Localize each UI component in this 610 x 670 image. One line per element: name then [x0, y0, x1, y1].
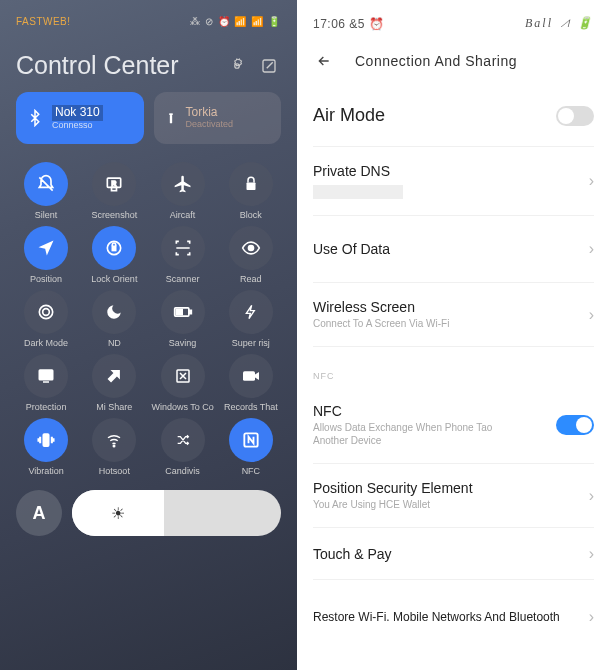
wireless-screen-row[interactable]: Wireless Screen Connect To A Screen Via … [313, 283, 594, 347]
edit-icon[interactable] [257, 54, 281, 78]
restore-label: Restore Wi-Fi. Mobile Networks And Bluet… [313, 610, 560, 624]
toggle-label: Read [240, 274, 262, 284]
toggle-block[interactable]: Block [219, 162, 283, 220]
quick-tiles: Nok 310 Connesso Torkia Deactivated [0, 92, 297, 158]
torch-sub: Deactivated [186, 120, 234, 130]
lock-icon [229, 162, 273, 206]
svg-rect-2 [169, 113, 173, 115]
bottom-controls: A ☀ [0, 476, 297, 536]
settings-icon[interactable] [225, 54, 249, 78]
toggle-protection[interactable]: Protection [14, 354, 78, 412]
toggle-silent[interactable]: Silent [14, 162, 78, 220]
chevron-right-icon: › [589, 545, 594, 563]
bluetooth-tile[interactable]: Nok 310 Connesso [16, 92, 144, 144]
toggle-label: Super risj [232, 338, 270, 348]
back-icon[interactable] [313, 53, 335, 69]
toggle-lock-orient[interactable]: Lock Orient [82, 226, 146, 284]
toggle-nfc[interactable]: NFC [219, 418, 283, 476]
torch-icon [164, 109, 178, 127]
toggle-nd[interactable]: ND [82, 290, 146, 348]
bolt-icon [229, 290, 273, 334]
toggle-hotsoot[interactable]: Hotsoot [82, 418, 146, 476]
plane-icon [161, 162, 205, 206]
svg-point-20 [114, 445, 116, 447]
nfc-switch[interactable] [556, 415, 594, 435]
toggle-label: Candivis [165, 466, 200, 476]
toggle-label: Silent [35, 210, 58, 220]
toggle-screenshot[interactable]: RScreenshot [82, 162, 146, 220]
chevron-right-icon: › [589, 608, 594, 626]
toggle-position[interactable]: Position [14, 226, 78, 284]
private-dns-value [313, 185, 403, 199]
windows-icon [161, 354, 205, 398]
nav-title: Connection And Sharing [355, 53, 517, 69]
toggle-records-that[interactable]: Records That [219, 354, 283, 412]
use-of-data-row[interactable]: Use Of Data › [313, 216, 594, 283]
svg-rect-3 [169, 115, 171, 123]
torch-tile[interactable]: Torkia Deactivated [154, 92, 282, 144]
toggle-label: Mi Share [96, 402, 132, 412]
toggle-label: Saving [169, 338, 197, 348]
position-security-row[interactable]: Position Security Element You Are Using … [313, 464, 594, 528]
air-mode-switch[interactable] [556, 106, 594, 126]
svg-rect-19 [44, 434, 49, 446]
toggle-dark-mode[interactable]: Dark Mode [14, 290, 78, 348]
bluetooth-sub: Connesso [52, 121, 103, 131]
air-mode-row[interactable]: Air Mode [313, 93, 594, 147]
toggle-label: Windows To Co [151, 402, 213, 412]
eye-icon [229, 226, 273, 270]
bell-slash-icon [24, 162, 68, 206]
screen-icon [24, 354, 68, 398]
toggle-read[interactable]: Read [219, 226, 283, 284]
torch-title: Torkia [186, 106, 234, 119]
use-of-data-label: Use Of Data [313, 241, 390, 257]
control-center-panel: FASTWEB! ⁂ ⊘ ⏰ 📶 📶 🔋 Control Center Nok … [0, 0, 297, 670]
svg-text:R: R [112, 180, 117, 187]
carrier-label: FASTWEB! [16, 16, 71, 27]
pos-sec-sub: You Are Using HCE Wallet [313, 498, 473, 511]
toggle-scanner[interactable]: Scanner [151, 226, 215, 284]
toggle-label: Scanner [166, 274, 200, 284]
toggle-label: Vibration [28, 466, 63, 476]
svg-rect-16 [39, 370, 53, 380]
chevron-right-icon: › [589, 240, 594, 258]
toggle-label: Protection [26, 402, 67, 412]
chevron-right-icon: › [589, 487, 594, 505]
toggle-aircaft[interactable]: Aircaft [151, 162, 215, 220]
nfc-category: NFC [297, 347, 610, 387]
toggle-saving[interactable]: Saving [151, 290, 215, 348]
restore-row[interactable]: Restore Wi-Fi. Mobile Networks And Bluet… [313, 580, 594, 642]
touch-pay-row[interactable]: Touch & Pay › [313, 528, 594, 580]
private-dns-row[interactable]: Private DNS › [313, 147, 594, 216]
toggle-super-risj[interactable]: Super risj [219, 290, 283, 348]
brightness-slider[interactable]: ☀ [72, 490, 281, 536]
scanner-icon [161, 226, 205, 270]
toggle-label: Dark Mode [24, 338, 68, 348]
font-size-button[interactable]: A [16, 490, 62, 536]
svg-rect-14 [189, 310, 191, 313]
status-bar: FASTWEB! ⁂ ⊘ ⏰ 📶 📶 🔋 [0, 0, 297, 31]
moon-icon [92, 290, 136, 334]
toggle-label: Screenshot [92, 210, 138, 220]
toggle-vibration[interactable]: Vibration [14, 418, 78, 476]
nfc-label: NFC [313, 403, 523, 419]
toggle-mi-share[interactable]: Mi Share [82, 354, 146, 412]
svg-point-11 [39, 305, 52, 318]
location-icon [24, 226, 68, 270]
page-title: Control Center [16, 51, 217, 80]
toggle-candivis[interactable]: Candivis [151, 418, 215, 476]
toggles-grid: SilentRScreenshotAircaftBlockPositionLoc… [0, 158, 297, 476]
nfc-row[interactable]: NFC Allows Data Exchange When Phone Tao … [313, 387, 594, 464]
time-label: 17:06 &5 ⏰ [313, 17, 384, 31]
screenshot-icon: R [92, 162, 136, 206]
lock-orient-icon [92, 226, 136, 270]
bluetooth-icon [26, 109, 44, 127]
chevron-right-icon: › [589, 172, 594, 190]
status-right: Ball ⩘ 🔋 [525, 16, 594, 31]
wireless-label: Wireless Screen [313, 299, 449, 315]
toggle-windows-to-co[interactable]: Windows To Co [151, 354, 215, 412]
toggle-label: Aircaft [170, 210, 196, 220]
chevron-right-icon: › [589, 306, 594, 324]
wifi-icon [92, 418, 136, 462]
svg-rect-18 [243, 371, 255, 381]
